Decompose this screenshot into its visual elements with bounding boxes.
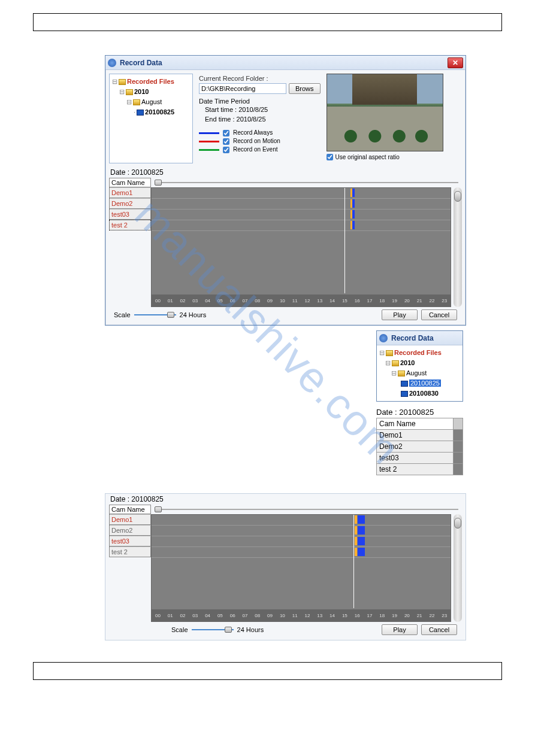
folder-label: Current Record Folder : bbox=[199, 75, 321, 82]
timeline-cursor[interactable] bbox=[344, 188, 345, 293]
timeline-mark-always bbox=[358, 526, 365, 535]
folder-icon bbox=[133, 99, 140, 105]
camera-list: Demo1 Demo2 test03 test 2 bbox=[109, 187, 151, 307]
end-value: 2010/8/25 bbox=[237, 116, 266, 123]
timeline-mark-always bbox=[352, 199, 355, 208]
aspect-label: Use original aspect ratio bbox=[335, 154, 400, 160]
timeline-top-slider[interactable] bbox=[155, 180, 458, 186]
cancel-button[interactable]: Cancel bbox=[421, 309, 457, 320]
scale-slider[interactable] bbox=[134, 312, 176, 318]
date-label: Date : bbox=[376, 408, 397, 417]
tree-month[interactable]: August bbox=[406, 369, 427, 377]
folder-icon bbox=[398, 371, 405, 377]
app-icon bbox=[379, 334, 388, 342]
cam-row[interactable]: test03 bbox=[377, 453, 454, 464]
cam-row[interactable]: test 2 bbox=[109, 220, 151, 230]
tree-year[interactable]: 2010 bbox=[400, 359, 415, 366]
slider-thumb[interactable] bbox=[167, 312, 174, 318]
timeline-mark-always bbox=[352, 189, 355, 197]
folder-path-input[interactable] bbox=[199, 83, 286, 94]
vscroll-thumb[interactable] bbox=[454, 191, 461, 202]
timeline-vscroll[interactable] bbox=[454, 514, 462, 622]
slider-thumb[interactable] bbox=[155, 506, 162, 512]
timeline-mark-always bbox=[352, 221, 355, 229]
tree-date-selected[interactable]: 20100825 bbox=[409, 379, 441, 387]
cam-row[interactable]: test03 bbox=[109, 209, 151, 220]
titlebar[interactable]: Record Data bbox=[377, 331, 463, 345]
tree-year[interactable]: 2010 bbox=[134, 88, 149, 95]
checkbox-aspect[interactable] bbox=[327, 154, 333, 160]
timeline-mark-event bbox=[355, 548, 357, 556]
tree-month[interactable]: August bbox=[141, 98, 162, 105]
cam-row[interactable]: Demo2 bbox=[109, 198, 151, 209]
scale-slider[interactable] bbox=[192, 627, 234, 633]
play-button[interactable]: Play bbox=[382, 624, 418, 635]
mini-slider[interactable] bbox=[454, 418, 463, 430]
date-value: 20100825 bbox=[131, 168, 163, 177]
cam-row[interactable]: test 2 bbox=[377, 464, 454, 475]
date-value: 20100825 bbox=[131, 495, 163, 503]
timeline-top-slider[interactable] bbox=[155, 506, 458, 512]
tree-root[interactable]: Recorded Files bbox=[127, 78, 174, 85]
cam-row[interactable]: test 2 bbox=[109, 546, 151, 557]
slider-thumb[interactable] bbox=[225, 627, 232, 633]
legend-always: Record Always bbox=[233, 129, 273, 137]
cam-name-header: Cam Name bbox=[377, 418, 454, 430]
preview-image bbox=[327, 74, 443, 151]
period-heading: Date Time Period bbox=[199, 98, 321, 105]
app-icon bbox=[108, 59, 116, 67]
timeline-mark-event bbox=[355, 526, 357, 535]
film-icon bbox=[401, 391, 408, 397]
file-tree[interactable]: ⊟Recorded Files ⊟2010 ⊟August ·20100825 bbox=[109, 74, 193, 163]
cancel-button[interactable]: Cancel bbox=[421, 624, 457, 635]
checkbox-motion[interactable] bbox=[223, 138, 229, 145]
tree-root[interactable]: Recorded Files bbox=[394, 349, 442, 356]
window-title: Record Data bbox=[120, 59, 162, 67]
scale-label: Scale bbox=[171, 626, 188, 633]
folder-icon bbox=[386, 350, 393, 356]
timeline-cell bbox=[454, 430, 463, 441]
timeline-cursor[interactable] bbox=[353, 515, 354, 608]
file-tree[interactable]: ⊟Recorded Files ⊟2010 ⊟August 20100825 2… bbox=[377, 345, 463, 401]
cam-name-header: Cam Name bbox=[109, 505, 151, 514]
scale-value: 24 Hours bbox=[237, 626, 264, 633]
tree-date[interactable]: 20100825 bbox=[145, 108, 174, 116]
checkbox-always[interactable] bbox=[223, 130, 229, 136]
legend-swatch-green bbox=[199, 149, 219, 151]
timeline-area[interactable]: 0001020304050607080910111213141516171819… bbox=[151, 187, 451, 307]
folder-period-pane: Current Record Folder : Brows Date Time … bbox=[199, 74, 321, 163]
checkbox-event[interactable] bbox=[223, 147, 229, 153]
cam-row[interactable]: test03 bbox=[109, 536, 151, 546]
vscroll-thumb[interactable] bbox=[454, 518, 461, 529]
play-button[interactable]: Play bbox=[382, 309, 418, 320]
start-value: 2010/8/25 bbox=[238, 106, 268, 113]
scale-label: Scale bbox=[114, 311, 131, 318]
tree-date[interactable]: 20100830 bbox=[409, 390, 439, 397]
browse-button[interactable]: Brows bbox=[289, 83, 321, 94]
cam-name-header: Cam Name bbox=[109, 178, 151, 187]
film-icon bbox=[401, 381, 408, 387]
scale-value: 24 Hours bbox=[180, 311, 207, 318]
timeline-mark-always bbox=[358, 548, 365, 556]
timeline-area[interactable]: 0001020304050607080910111213141516171819… bbox=[151, 514, 451, 622]
folder-icon bbox=[119, 79, 126, 85]
timeline-vscroll[interactable] bbox=[454, 187, 462, 307]
cam-row[interactable]: Demo1 bbox=[377, 430, 454, 441]
titlebar[interactable]: Record Data ✕ bbox=[105, 56, 466, 70]
cam-row[interactable]: Demo1 bbox=[109, 187, 151, 198]
cam-row[interactable]: Demo1 bbox=[109, 514, 151, 525]
preview-pane: Use original aspect ratio bbox=[327, 74, 443, 163]
timeline-mark-always bbox=[358, 537, 365, 545]
mini-record-data-window: Record Data ⊟Recorded Files ⊟2010 ⊟Augus… bbox=[376, 330, 463, 402]
cam-row[interactable]: Demo2 bbox=[109, 525, 151, 536]
camera-list: Demo1 Demo2 test03 test 2 bbox=[109, 514, 151, 622]
slider-thumb[interactable] bbox=[155, 180, 162, 186]
legend-event: Record on Event bbox=[233, 145, 278, 154]
record-data-window: Record Data ✕ ⊟Recorded Files ⊟2010 ⊟Aug… bbox=[105, 55, 466, 326]
close-icon[interactable]: ✕ bbox=[448, 57, 463, 68]
page-footer-frame bbox=[33, 662, 502, 680]
date-value: 20100825 bbox=[399, 408, 434, 417]
folder-icon bbox=[126, 89, 133, 95]
cam-row[interactable]: Demo2 bbox=[377, 441, 454, 453]
date-label: Date : bbox=[110, 168, 129, 177]
